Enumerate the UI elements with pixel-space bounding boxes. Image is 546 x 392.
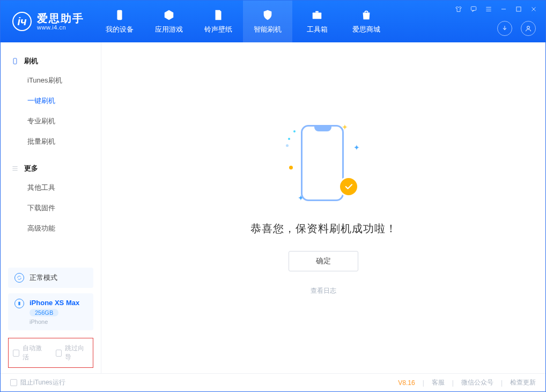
- tab-label: 应用游戏: [155, 25, 183, 34]
- phone-outline-icon: [11, 57, 19, 65]
- tab-label: 爱思商城: [352, 25, 380, 34]
- sidebar-item-batch[interactable]: 批量刷机: [1, 131, 101, 152]
- sidebar-item-other[interactable]: 其他工具: [1, 177, 101, 198]
- tab-label: 我的设备: [106, 25, 134, 34]
- window-controls: [454, 5, 538, 13]
- checkbox-icon: [10, 379, 17, 386]
- checkbox-icon: [13, 350, 19, 357]
- svg-point-5: [527, 26, 530, 29]
- tab-apps[interactable]: 应用游戏: [144, 1, 194, 42]
- sidebar: 刷机 iTunes刷机 一键刷机 专业刷机 批量刷机 更多 其他工具 下载固件 …: [1, 42, 101, 373]
- checkbox-auto-activate[interactable]: 自动激活: [13, 344, 46, 362]
- menu-icon[interactable]: [484, 5, 493, 13]
- music-file-icon: [212, 9, 225, 21]
- logo-icon: iч: [12, 12, 32, 31]
- flash-options-highlight: 自动激活 跳过向导: [8, 338, 93, 368]
- svg-rect-3: [471, 6, 476, 10]
- sidebar-item-oneclick[interactable]: 一键刷机: [1, 91, 101, 111]
- device-name: iPhone XS Max: [29, 299, 79, 307]
- view-log-link[interactable]: 查看日志: [311, 286, 336, 295]
- logo: iч 爱思助手 www.i4.cn: [1, 1, 95, 42]
- svg-rect-1: [313, 12, 322, 19]
- list-icon: [11, 165, 19, 172]
- device-mode-label: 正常模式: [29, 273, 57, 283]
- app-name: 爱思助手: [37, 12, 84, 24]
- svg-rect-6: [13, 58, 17, 64]
- body: 刷机 iTunes刷机 一键刷机 专业刷机 批量刷机 更多 其他工具 下载固件 …: [1, 42, 545, 373]
- shield-sync-icon: [261, 9, 274, 21]
- tab-my-device[interactable]: 我的设备: [95, 1, 144, 42]
- maximize-icon[interactable]: [514, 5, 523, 13]
- success-message: 恭喜您，保资料刷机成功啦！: [250, 221, 397, 236]
- sidebar-section-more: 更多: [1, 159, 101, 177]
- success-illustration: ✦✦✦: [286, 121, 361, 206]
- wechat-link[interactable]: 微信公众号: [461, 378, 493, 387]
- check-update-link[interactable]: 检查更新: [510, 378, 536, 387]
- version-label: V8.16: [398, 379, 415, 387]
- phone-illustration-icon: [301, 125, 344, 201]
- close-icon[interactable]: [529, 5, 538, 13]
- cube-icon: [163, 9, 175, 21]
- device-mode-card[interactable]: 正常模式: [8, 268, 93, 288]
- ok-button[interactable]: 确定: [289, 251, 358, 271]
- tshirt-icon[interactable]: [454, 5, 463, 13]
- sidebar-item-firmware[interactable]: 下载固件: [1, 198, 101, 218]
- sidebar-section-flash: 刷机: [1, 52, 101, 70]
- tab-label: 铃声壁纸: [204, 25, 232, 34]
- minimize-icon[interactable]: [499, 5, 508, 13]
- device-storage: 256GB: [29, 309, 58, 316]
- checkbox-icon: [56, 350, 62, 357]
- download-button[interactable]: [497, 21, 512, 36]
- device-card[interactable]: iPhone XS Max 256GB iPhone: [8, 293, 93, 330]
- checkbox-skip-guide[interactable]: 跳过向导: [56, 344, 89, 362]
- briefcase-icon: [311, 9, 323, 21]
- device-icon: [14, 299, 24, 308]
- phone-icon: [113, 9, 126, 21]
- device-type: iPhone: [29, 319, 79, 325]
- title-bar: iч 爱思助手 www.i4.cn 我的设备 应用游戏 铃声壁纸 智能刷机: [1, 1, 545, 42]
- device-panel: 正常模式 iPhone XS Max 256GB iPhone: [1, 262, 101, 338]
- tab-ringtones[interactable]: 铃声壁纸: [194, 1, 243, 42]
- shopping-bag-icon: [360, 9, 373, 21]
- app-window: iч 爱思助手 www.i4.cn 我的设备 应用游戏 铃声壁纸 智能刷机: [0, 0, 546, 392]
- account-button[interactable]: [521, 21, 536, 36]
- sidebar-item-advanced[interactable]: 高级功能: [1, 218, 101, 239]
- svg-rect-4: [517, 7, 521, 11]
- svg-rect-2: [315, 11, 319, 13]
- main-content: ✦✦✦ 恭喜您，保资料刷机成功啦！ 确定 查看日志: [101, 42, 545, 373]
- status-bar: 阻止iTunes运行 V8.16 | 客服 | 微信公众号 | 检查更新: [1, 373, 545, 391]
- app-url: www.i4.cn: [37, 24, 84, 31]
- svg-rect-0: [117, 10, 122, 20]
- tab-smart-flash[interactable]: 智能刷机: [243, 1, 292, 42]
- tab-label: 智能刷机: [254, 25, 282, 34]
- tab-store[interactable]: 爱思商城: [342, 1, 391, 42]
- sync-icon: [14, 273, 24, 283]
- tab-toolbox[interactable]: 工具箱: [292, 1, 342, 42]
- success-check-icon: [338, 176, 359, 197]
- feedback-icon[interactable]: [469, 5, 478, 13]
- top-tabs: 我的设备 应用游戏 铃声壁纸 智能刷机 工具箱 爱思商城: [95, 1, 391, 42]
- tab-label: 工具箱: [307, 25, 328, 34]
- checkbox-block-itunes[interactable]: 阻止iTunes运行: [10, 378, 65, 387]
- svg-rect-7: [18, 302, 20, 306]
- sidebar-item-pro[interactable]: 专业刷机: [1, 111, 101, 131]
- sidebar-item-itunes[interactable]: iTunes刷机: [1, 70, 101, 91]
- support-link[interactable]: 客服: [432, 378, 445, 387]
